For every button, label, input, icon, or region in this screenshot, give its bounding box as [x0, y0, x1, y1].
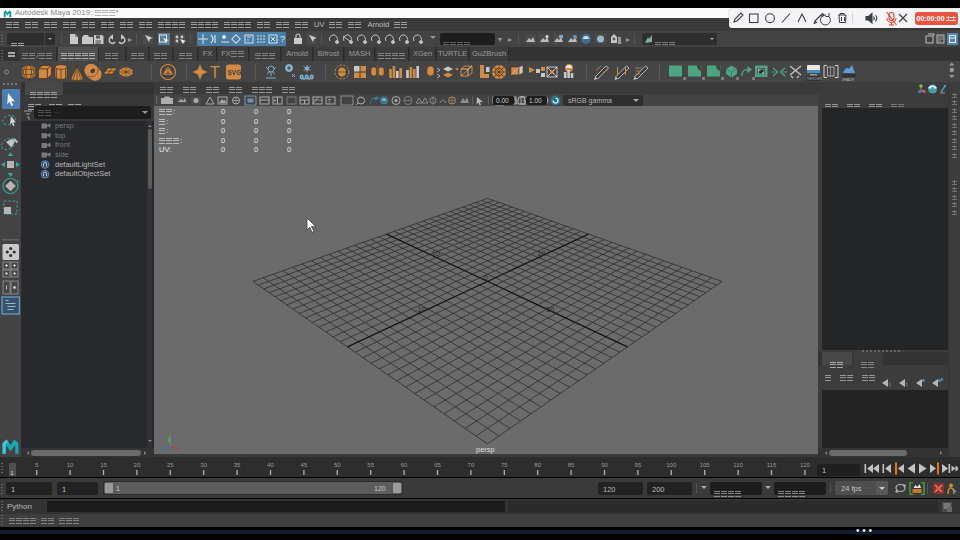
svg-text:x: x: [736, 75, 739, 81]
svg-text:60: 60: [401, 462, 408, 468]
svg-text:30: 30: [200, 462, 207, 468]
svg-text:110: 110: [733, 462, 743, 468]
svg-text:x: x: [683, 75, 686, 81]
svg-text:45: 45: [301, 462, 308, 468]
svg-text:5: 5: [35, 462, 39, 468]
svg-text:T: T: [328, 98, 332, 104]
svg-text:85: 85: [568, 462, 575, 468]
svg-text:SVG: SVG: [228, 69, 242, 76]
svg-text:35: 35: [234, 462, 241, 468]
svg-text:15: 15: [100, 462, 107, 468]
svg-text:y: y: [168, 436, 171, 442]
svg-text:20: 20: [134, 462, 141, 468]
svg-text:75: 75: [501, 462, 508, 468]
svg-text:0,0,0: 0,0,0: [300, 74, 314, 80]
svg-text:SHADE: SHADE: [842, 78, 855, 82]
svg-text:10: 10: [537, 249, 545, 258]
svg-text:55: 55: [367, 462, 374, 468]
svg-text:RENDER: RENDER: [807, 77, 822, 81]
svg-text:10: 10: [546, 305, 554, 314]
svg-text:100: 100: [666, 462, 677, 468]
svg-text:65: 65: [434, 462, 441, 468]
svg-text:50: 50: [334, 462, 341, 468]
svg-text:80: 80: [534, 462, 541, 468]
svg-text:90: 90: [601, 462, 608, 468]
svg-text:t: t: [889, 381, 891, 387]
svg-text:x: x: [721, 75, 724, 81]
svg-text:10: 10: [67, 462, 74, 468]
svg-text:?: ?: [280, 34, 285, 44]
svg-text:-10: -10: [429, 249, 440, 258]
svg-text:-10: -10: [415, 305, 426, 314]
svg-text:115: 115: [767, 462, 777, 468]
svg-text:25: 25: [167, 462, 174, 468]
svg-text:105: 105: [700, 462, 711, 468]
svg-text:40: 40: [267, 462, 274, 468]
svg-text:120: 120: [800, 462, 811, 468]
svg-text:95: 95: [635, 462, 642, 468]
svg-text:0: 0: [484, 273, 488, 282]
svg-text:T: T: [210, 64, 220, 81]
svg-text:70: 70: [468, 462, 475, 468]
svg-text:x: x: [702, 75, 705, 81]
svg-text:x: x: [752, 75, 755, 81]
svg-text:t: t: [906, 381, 908, 387]
